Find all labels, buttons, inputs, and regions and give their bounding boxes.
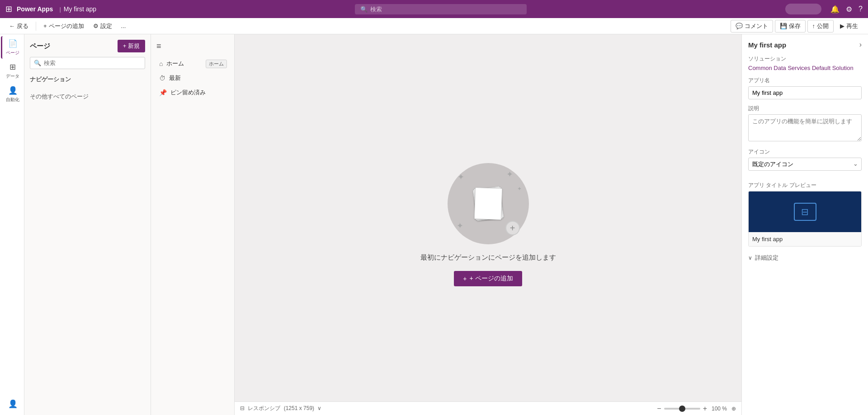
app-preview-box: ⊟ My first app [748, 191, 862, 247]
nav-icons-group: 🔔 ⚙ ? [830, 5, 863, 14]
spark-1: ✦ [458, 172, 464, 182]
search-icon: 🔍 [360, 6, 368, 13]
pages-panel-header: ページ + 新規 [30, 40, 145, 52]
toolbar-separator-1 [36, 22, 36, 31]
toolbar: ← 戻る + ページの追加 ⚙ 設定 ... 💬 コメント 💾 保存 ↑ 公開 … [0, 18, 868, 34]
chevron-icon: ∨ [748, 255, 752, 261]
pages-search-box[interactable]: 🔍 [30, 57, 145, 69]
settings-icon[interactable]: ⚙ [846, 5, 852, 14]
pin-nav-icon: 📌 [159, 89, 167, 96]
save-button[interactable]: 💾 保存 [775, 20, 806, 33]
user-avatar[interactable] [785, 4, 821, 14]
top-navigation: ⊞ Power Apps | My first app 🔍 🔔 ⚙ ? [0, 0, 868, 18]
zoom-minus-button[interactable]: − [657, 405, 661, 413]
zoom-controls: − + 100 % ⊕ [657, 405, 736, 413]
zoom-thumb[interactable] [679, 406, 685, 412]
zoom-adjust-icon[interactable]: ⊕ [731, 406, 736, 412]
app-grid-icon[interactable]: ⊞ [5, 4, 12, 14]
add-circle-button[interactable]: + [505, 221, 520, 235]
nav-item-recent[interactable]: ⏱ 最新 [155, 71, 231, 85]
advanced-label: 詳細設定 [755, 254, 778, 262]
preview-dark-area: ⊟ [749, 191, 861, 232]
spark-2: ✦ [506, 169, 513, 179]
zoom-slider[interactable] [664, 408, 700, 410]
sidebar-item-pages[interactable]: 📄 ページ [1, 36, 24, 59]
automation-icon: 👤 [8, 86, 18, 95]
canvas-area: ✦ ✦ ✦ ✦ + 最初にナビゲーションにページを追加します + + ページの追… [235, 34, 741, 415]
icon-label: アイコン [748, 148, 862, 156]
right-panel-header: My first app › [748, 41, 862, 49]
brand-label: Power Apps [17, 5, 53, 13]
app-name-input[interactable] [748, 86, 862, 99]
comment-button[interactable]: 💬 コメント [731, 20, 773, 33]
hamburger-icon[interactable]: ≡ [155, 40, 231, 53]
description-label: 説明 [748, 105, 862, 112]
recent-nav-icon: ⏱ [159, 75, 165, 82]
more-button[interactable]: ... [118, 21, 130, 31]
preview-app-name: My first app [749, 232, 861, 246]
global-search-input[interactable] [370, 6, 515, 13]
back-icon: ← [9, 23, 15, 29]
add-icon: + [43, 23, 47, 29]
add-page-canvas-button[interactable]: + + ページの追加 [454, 271, 522, 286]
preview-label: アプリ タイトル プレビュー [748, 182, 862, 189]
play-icon: ▶ [840, 23, 844, 29]
right-panel-title: My first app [748, 41, 786, 49]
global-search-box[interactable]: 🔍 [355, 4, 527, 14]
toolbar-right-actions: 💬 コメント 💾 保存 ↑ 公開 ▶ 再生 [731, 20, 863, 33]
sidebar-bottom-user[interactable]: 👤 [1, 396, 24, 411]
user-icon: 👤 [8, 399, 18, 409]
nav-panel: ≡ ⌂ ホーム ホーム ⏱ 最新 📌 ピン留め済み [151, 34, 235, 415]
sidebar-item-data[interactable]: ⊞ データ [1, 60, 24, 82]
nav-item-pinned[interactable]: 📌 ピン留め済み [155, 85, 231, 100]
canvas-empty-state: ✦ ✦ ✦ ✦ + 最初にナビゲーションにページを追加します + + ページの追… [420, 163, 556, 286]
zoom-percent-label: 100 % [712, 406, 727, 412]
pages-panel: ページ + 新規 🔍 ナビゲーション その他すべてのページ [24, 34, 151, 415]
new-page-button[interactable]: + 新規 [118, 40, 145, 52]
pages-panel-title: ページ [30, 42, 50, 51]
pages-search-input[interactable] [44, 60, 141, 66]
app-name-label: アプリ名 [748, 77, 862, 84]
icon-select-wrapper: 既定のアイコン [748, 158, 862, 176]
navigation-section-title: ナビゲーション [30, 75, 145, 84]
right-panel: My first app › ソリューション Common Data Servi… [741, 34, 868, 415]
page-rect-3 [474, 187, 502, 220]
help-icon[interactable]: ? [859, 5, 863, 13]
canvas-inner: ✦ ✦ ✦ ✦ + 最初にナビゲーションにページを追加します + + ページの追… [235, 34, 741, 415]
other-pages-title: その他すべてのページ [30, 93, 145, 101]
nav-separator: | [59, 6, 61, 13]
pages-icon: 📄 [8, 39, 18, 48]
responsive-label: ⊟ レスポンシブ (1251 x 759) ∨ [240, 405, 321, 412]
right-panel-close-icon[interactable]: › [859, 41, 862, 49]
pages-search-icon: 🔍 [34, 60, 41, 66]
save-icon: 💾 [780, 23, 787, 29]
home-badge: ホーム [206, 60, 227, 68]
solution-value: Common Data Services Default Solution [748, 65, 862, 71]
play-button[interactable]: ▶ 再生 [835, 20, 863, 32]
empty-state-illustration: ✦ ✦ ✦ ✦ + [448, 163, 529, 244]
left-sidebar: 📄 ページ ⊞ データ 👤 自動化 👤 [0, 34, 24, 415]
settings-toolbar-button[interactable]: ⚙ 設定 [90, 20, 116, 32]
pages-stack [468, 186, 509, 222]
back-button[interactable]: ← 戻る [5, 20, 32, 32]
sidebar-item-automation[interactable]: 👤 自動化 [1, 83, 24, 106]
spark-3: ✦ [457, 221, 463, 231]
publish-button[interactable]: ↑ 公開 [807, 20, 834, 33]
zoom-plus-button[interactable]: + [703, 405, 707, 413]
preview-app-icon: ⊟ [794, 203, 816, 221]
nav-item-home[interactable]: ⌂ ホーム ホーム [155, 56, 231, 71]
description-input[interactable] [748, 114, 862, 141]
comment-icon: 💬 [736, 23, 743, 29]
data-icon: ⊞ [9, 62, 16, 72]
notification-icon[interactable]: 🔔 [830, 5, 840, 14]
main-layout: 📄 ページ ⊞ データ 👤 自動化 👤 ページ + 新規 🔍 ナビゲーション そ… [0, 34, 868, 415]
empty-state-text: 最初にナビゲーションにページを追加します [420, 253, 556, 262]
app-title-label: My first app [64, 5, 96, 13]
add-page-toolbar-button[interactable]: + ページの追加 [40, 20, 88, 32]
responsive-icon: ⊟ [240, 405, 245, 411]
publish-icon: ↑ [812, 23, 816, 29]
icon-select[interactable]: 既定のアイコン [748, 158, 862, 171]
add-page-canvas-icon: + [463, 275, 467, 282]
advanced-section[interactable]: ∨ 詳細設定 [748, 252, 862, 264]
settings-icon-toolbar: ⚙ [93, 23, 99, 29]
